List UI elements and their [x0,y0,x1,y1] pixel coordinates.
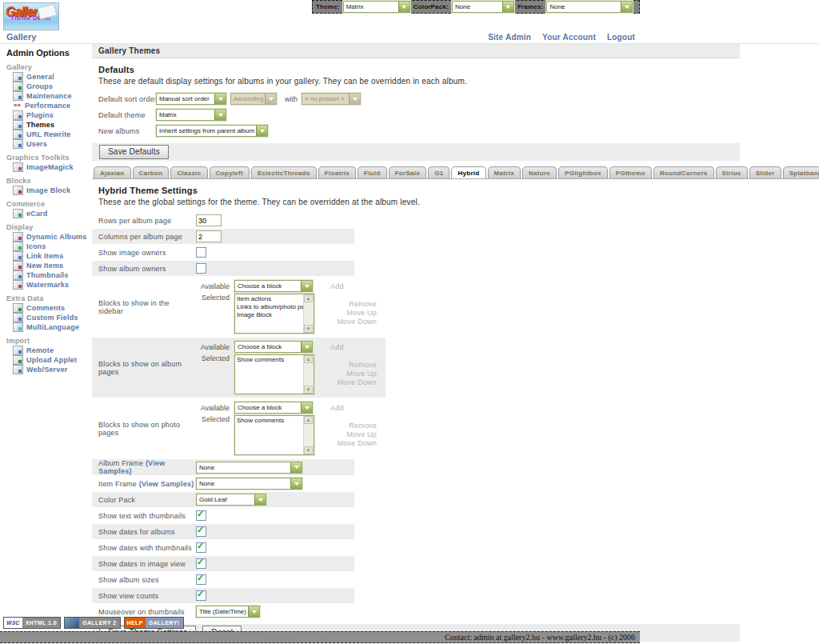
tab-sirius[interactable]: Sirius [716,166,748,178]
choose-block-select[interactable]: Choose a block [234,402,313,414]
sidebar-item-custom-fields[interactable]: Custom Fields [13,313,92,322]
scroll-down-icon[interactable]: ▼ [304,446,313,454]
sidebar-item-groups[interactable]: Groups [13,82,92,90]
sidebar-item-ecard[interactable]: eCard [13,209,92,218]
sidebar-item-image-block[interactable]: Image Block [13,186,92,194]
action-remove-link[interactable]: Remove [326,422,377,430]
checkbox-show-album-owners[interactable] [196,263,206,274]
logout-link[interactable]: Logout [607,33,635,42]
listbox-item[interactable]: Links to album/photo peers [237,303,302,311]
sidebar-item-performance[interactable]: »»Performance [13,101,92,110]
tab-pgtheme[interactable]: PGtheme [609,166,652,178]
checkbox-show-view-counts[interactable] [196,590,206,601]
w3c-xhtml-badge[interactable]: W3C XHTML 1.0 [3,617,61,629]
sidebar-item-watermarks[interactable]: Watermarks [13,280,92,289]
tab-ajaxian[interactable]: Ajaxian [94,166,131,178]
sidebar-item-url-rewrite[interactable]: URL Rewrite [13,130,92,138]
tab-slider[interactable]: Slider [749,166,781,178]
listbox-scrollbar[interactable]: ▲▼ [303,355,314,394]
frames-select[interactable]: None [546,1,633,13]
listbox-scrollbar[interactable]: ▲▼ [303,294,314,333]
action-remove-link[interactable]: Remove [326,361,377,370]
tab-forsale[interactable]: ForSale [389,166,426,178]
listbox-item[interactable]: Image Block [237,311,302,319]
sidebar-item-general[interactable]: General [13,72,92,81]
gallery2-badge[interactable]: GALLERY 2 [64,617,121,629]
select-mouseover-on-thumbnails[interactable]: Title (Date/Time) [196,606,260,618]
sidebar-item-web-server[interactable]: Web/Server [13,365,92,374]
site-admin-link[interactable]: Site Admin [488,33,531,42]
selected-blocks-listbox[interactable]: Item actionsLinks to album/photo peersIm… [234,294,314,334]
listbox-scrollbar[interactable]: ▲▼ [303,416,314,454]
sidebar-item-maintenance[interactable]: Maintenance [13,91,92,100]
tab-classic[interactable]: Classic [170,166,207,178]
your-account-link[interactable]: Your Account [542,33,596,42]
sidebar-item-comments[interactable]: Comments [13,303,92,312]
choose-block-select[interactable]: Choose a block [234,341,313,353]
view-samples-link[interactable]: (View Samples) [139,480,194,488]
tab-nature[interactable]: Nature [522,166,557,178]
sidebar-item-upload-applet[interactable]: Upload Applet [13,355,92,364]
scroll-up-icon[interactable]: ▲ [304,416,313,424]
sidebar-item-icons[interactable]: Icons [13,242,92,250]
action-move-down-link[interactable]: Move Down [326,439,377,448]
gallery-logo[interactable]: Gallery Theme Demo [3,2,59,30]
sidebar-item-imagemagick[interactable]: ImageMagick [13,162,92,171]
checkbox-show-text-with-thumbnails[interactable] [196,510,206,521]
tab-roundcorners[interactable]: RoundCorners [653,166,714,178]
action-move-up-link[interactable]: Move Up [326,430,377,439]
theme-select[interactable]: Matrix [343,1,410,13]
sidebar-item-link-items[interactable]: Link Items [13,251,92,260]
checkbox-show-dates-with-thumbnails[interactable] [196,542,206,553]
text-input-rows-per-album-page[interactable] [196,214,222,226]
select-item-frame[interactable]: None [196,478,302,490]
sidebar-item-remote[interactable]: Remote [13,346,92,354]
choose-block-select[interactable]: Choose a block [234,280,313,292]
select-color-pack[interactable]: Gold Leaf [196,494,266,506]
sidebar-item-multilanguage[interactable]: MultiLanguage [13,322,92,331]
scroll-up-icon[interactable]: ▲ [304,294,313,302]
select-album-frame[interactable]: None [196,462,302,474]
checkbox-show-dates-in-image-view[interactable] [196,558,206,569]
tab-fluid[interactable]: Fluid [358,166,387,178]
default-sort-order-select[interactable]: Manual sort order [156,93,226,105]
tab-splatbang[interactable]: Splatbang [783,166,819,178]
add-link[interactable]: Add [330,343,344,351]
tab-eclecticthreads[interactable]: EclecticThreads [251,166,317,178]
tab-pglightbox[interactable]: PGlightbox [558,166,608,178]
action-move-up-link[interactable]: Move Up [326,370,377,378]
scroll-up-icon[interactable]: ▲ [304,355,313,363]
tab-floatrix[interactable]: Floatrix [318,166,356,178]
listbox-item[interactable]: Item actions [237,295,302,303]
tab-g1[interactable]: G1 [428,166,449,178]
colorpack-select[interactable]: None [452,1,514,13]
checkbox-show-album-sizes[interactable] [196,574,206,585]
action-move-down-link[interactable]: Move Down [326,378,377,387]
sidebar-item-themes[interactable]: Themes [13,120,92,129]
default-theme-select[interactable]: Matrix [156,109,226,121]
sidebar-item-thumbnails[interactable]: Thumbnails [13,270,92,279]
tab-carbon[interactable]: Carbon [133,166,170,178]
sidebar-item-users[interactable]: Users [13,139,92,148]
selected-blocks-listbox[interactable]: Show comments▲▼ [234,354,314,394]
checkbox-show-image-owners[interactable] [196,247,206,258]
action-move-down-link[interactable]: Move Down [326,318,377,326]
scroll-down-icon[interactable]: ▼ [304,325,313,333]
add-link[interactable]: Add [330,282,344,290]
selected-blocks-listbox[interactable]: Show comments▲▼ [234,415,314,455]
sidebar-item-dynamic-albums[interactable]: Dynamic Albums [13,232,92,241]
scroll-down-icon[interactable]: ▼ [304,386,313,394]
checkbox-show-dates-for-albums[interactable] [196,526,206,537]
tab-matrix[interactable]: Matrix [488,166,521,178]
add-link[interactable]: Add [330,404,344,412]
breadcrumb-gallery-link[interactable]: Gallery [6,32,36,42]
tab-hybrid[interactable]: Hybrid [451,166,485,178]
sidebar-item-new-items[interactable]: New Items [13,261,92,270]
sidebar-item-plugins[interactable]: Plugins [13,110,92,119]
tab-copyleft[interactable]: Copyleft [210,166,250,178]
new-albums-select[interactable]: Inherit settings from parent album [156,125,268,137]
save-defaults-button[interactable]: Save Defaults [99,145,169,159]
listbox-item[interactable]: Show comments [237,417,302,425]
action-move-up-link[interactable]: Move Up [326,309,377,318]
help-gallery-badge[interactable]: HELP GALLERY! [124,617,184,629]
